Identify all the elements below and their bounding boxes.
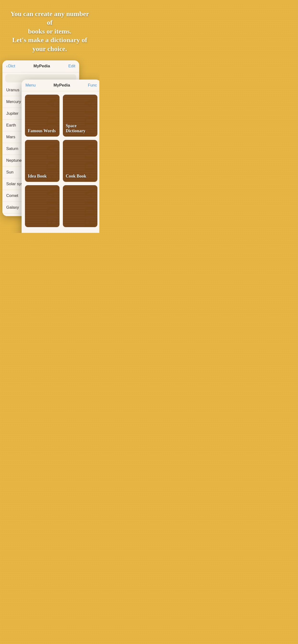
book-title: Idea Book	[28, 174, 47, 179]
edit-button[interactable]: Edit	[68, 64, 75, 68]
books-grid: MYPEDIA Famous Words MYPEDIA Space Dicti…	[22, 91, 99, 230]
book-card-idea-book[interactable]: MYPEDIA Idea Book	[25, 140, 60, 182]
grid-nav-bar: Menu MyPedia Func	[22, 80, 99, 91]
list-item-label: Comet	[6, 193, 18, 198]
book-title: Famous Words	[28, 128, 56, 134]
book-card-space-dictionary[interactable]: MYPEDIA Space Dictionary	[63, 95, 97, 136]
book-watermark: MYPEDIA	[43, 188, 60, 227]
book-card-famous-words[interactable]: MYPEDIA Famous Words	[25, 95, 60, 136]
hero-title: You can create any number of books or it…	[7, 10, 92, 53]
list-item-label: Uranus	[6, 88, 20, 92]
back-button[interactable]: ‹ Dict	[6, 64, 15, 69]
list-item-label: Neptune	[6, 158, 22, 163]
list-item-label: Sun	[6, 170, 14, 175]
list-item-label: Earth	[6, 123, 16, 128]
back-label: Dict	[8, 64, 15, 68]
book-card-cook-book[interactable]: MYPEDIA Cook Book	[63, 140, 97, 182]
book-title: Cook Book	[66, 174, 86, 179]
screens-container: ‹ Dict MyPedia Edit Uranus › Mercury Jup…	[3, 60, 97, 233]
menu-button[interactable]: Menu	[26, 83, 36, 88]
list-item-label: Jupiter	[6, 111, 19, 116]
list-nav-bar: ‹ Dict MyPedia Edit	[3, 60, 79, 72]
book-title: Space Dictionary	[66, 124, 95, 134]
chevron-left-icon: ‹	[6, 64, 8, 69]
list-item-label: Galaxy	[6, 205, 19, 210]
func-button[interactable]: Func	[88, 83, 97, 88]
list-item-label: Mars	[6, 135, 15, 140]
book-card-empty-1[interactable]: MYPEDIA	[25, 185, 60, 227]
grid-screen: Menu MyPedia Func MYPEDIA Famous Words M…	[22, 80, 99, 233]
book-watermark: MYPEDIA	[81, 188, 97, 227]
list-item-label: Mercury	[6, 100, 21, 104]
book-card-empty-2[interactable]: MYPEDIA	[63, 185, 97, 227]
hero-section: You can create any number of books or it…	[0, 0, 99, 60]
grid-nav-title: MyPedia	[54, 83, 70, 88]
list-item-label: Saturn	[6, 146, 18, 151]
list-nav-title: MyPedia	[34, 64, 50, 68]
